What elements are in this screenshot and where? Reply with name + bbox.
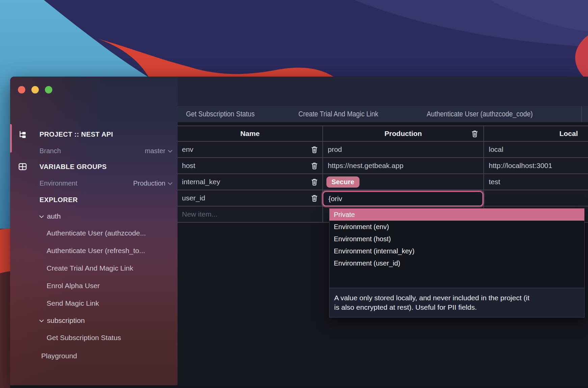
panel-header [178,77,588,106]
sidebar: PROJECT :: NEST API Branch master [10,77,178,388]
explorer-group-subscription[interactable]: subscription [39,316,85,325]
variable-groups-grid-icon [18,163,27,171]
cell-production-value[interactable]: Secure [323,174,484,190]
close-button[interactable] [18,86,25,93]
tab-authenticate-user-authzcode[interactable]: Authenticate User (authzcode_code) [427,106,533,122]
variable-value: local [484,145,503,154]
autocomplete-item-environment-env[interactable]: Environment (env) [329,221,584,233]
explorer-group-auth[interactable]: auth [39,212,61,221]
column-header-name: Name [178,130,322,138]
cell-production-value[interactable]: prod [323,142,484,157]
environment-selector[interactable]: Environment Production [10,178,178,188]
autocomplete-item-environment-host[interactable]: Environment (host) [329,233,584,245]
table-row-internal-key: internal_key Secure test [178,174,588,190]
variable-value: test [484,178,500,186]
variable-groups-section-title: VARIABLE GROUPS [39,163,107,171]
trash-icon[interactable] [471,130,478,138]
table-header-row: Name Production Local [178,126,588,142]
branch-selector[interactable]: Branch master [10,146,178,156]
chevron-down-icon [39,320,44,323]
variable-name: internal_key [178,178,220,186]
explorer-item-get-subscription-status[interactable]: Get Subscription Status [47,333,121,342]
autocomplete-list: Private Environment (env) Environment (h… [329,208,585,288]
explorer-group-label: subscription [47,316,85,325]
explorer-item-authenticate-refresh[interactable]: Authenticate User (refresh_to... [47,246,145,255]
trash-icon[interactable] [311,178,318,186]
cell-local-value[interactable]: test [484,174,588,190]
screen: PROJECT :: NEST API Branch master [0,0,588,388]
column-header-local: Local [484,130,588,138]
project-section-title: PROJECT :: NEST API [39,131,113,138]
variable-value: prod [323,145,342,154]
branch-value: master [145,147,165,155]
chevron-down-icon [168,182,172,185]
cell-local-value[interactable] [484,190,588,206]
tab-get-subscription-status[interactable]: Get Subscription Status [186,106,255,122]
cell-production-value[interactable]: https://nest.getbeak.app [323,158,484,173]
autocomplete-description: A value only stored locally, and never i… [329,288,585,317]
autocomplete-item-environment-user-id[interactable]: Environment (user_id) [329,257,584,269]
autocomplete-item-private[interactable]: Private [329,209,584,221]
cell-name[interactable]: host [178,158,323,173]
chevron-down-icon [39,215,44,218]
secure-badge: Secure [326,176,359,188]
project-section-header: PROJECT :: NEST API [10,129,178,139]
autocomplete-dropdown: Private Environment (env) Environment (h… [329,208,585,317]
explorer-item-enrol-alpha[interactable]: Enrol Alpha User [47,281,100,290]
explorer-section-header: EXPLORER [10,195,178,205]
minimize-button[interactable] [31,86,39,93]
table-row-host: host https://nest.getbeak.app http://loc… [178,158,588,174]
table-row-env: env prod local [178,142,588,158]
cell-name[interactable]: env [178,142,323,157]
tab-create-trial-and-magic-link[interactable]: Create Trial And Magic Link [298,106,378,122]
chevron-down-icon [168,150,172,153]
new-item-placeholder: New item... [178,210,217,218]
project-tree-icon [18,130,27,139]
variable-name: host [178,162,195,170]
explorer-item-playground[interactable]: Playground [41,351,77,361]
explorer-group-label: auth [47,212,61,220]
trash-icon[interactable] [311,194,318,202]
window-bottom-strip [10,385,588,388]
variable-value: http://localhost:3001 [484,162,552,170]
new-item-cell[interactable]: New item... [178,206,323,222]
tab-bar: Get Subscription Status Create Trial And… [178,106,588,122]
cell-local-value[interactable]: http://localhost:3001 [484,158,588,173]
app-window: PROJECT :: NEST API Branch master [10,77,588,388]
explorer-item-authenticate-authzcode[interactable]: Authenticate User (authzcode... [47,228,146,238]
header-cell-local: Local [484,126,588,141]
branch-label: Branch [39,147,61,155]
environment-label: Environment [39,179,77,187]
variable-value: https://nest.getbeak.app [323,162,403,170]
variable-name: user_id [178,194,205,202]
trash-icon[interactable] [311,146,318,154]
header-cell-production: Production [323,126,484,141]
cell-local-value[interactable]: local [484,142,588,157]
zoom-button[interactable] [45,86,52,93]
tab-separator [581,106,582,122]
column-header-production: Production [323,130,483,138]
cell-name[interactable]: user_id [178,190,323,206]
header-cell-name: Name [178,126,323,141]
trash-icon[interactable] [311,162,318,170]
variable-value-input[interactable]: {oriv [322,191,483,206]
variable-groups-section-header: VARIABLE GROUPS [10,162,178,172]
autocomplete-item-environment-internal-key[interactable]: Environment (internal_key) [329,245,584,257]
cell-name[interactable]: internal_key [178,174,323,190]
environment-value: Production [133,179,165,187]
window-controls [18,86,52,93]
variable-name: env [178,145,193,154]
explorer-item-send-magic-link[interactable]: Send Magic Link [47,299,99,308]
explorer-item-create-trial[interactable]: Create Trial And Magic Link [47,264,133,273]
explorer-section-title: EXPLORER [39,196,78,204]
